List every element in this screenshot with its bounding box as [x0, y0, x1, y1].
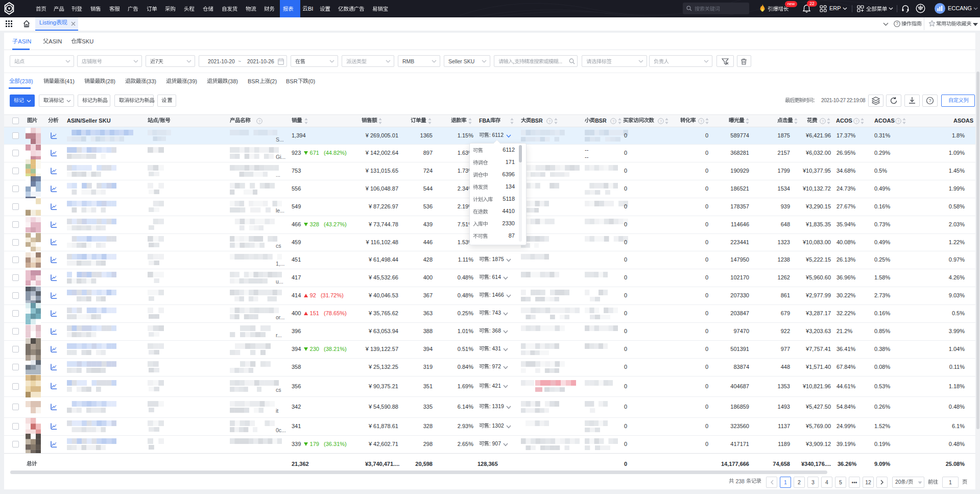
svg-text:?: ? [612, 119, 614, 124]
svg-text:?: ? [897, 119, 899, 124]
svg-text:?: ? [548, 119, 551, 124]
svg-text:?: ? [700, 119, 702, 124]
svg-text:?: ? [928, 98, 931, 103]
svg-text:?: ? [822, 119, 824, 124]
svg-text:?: ? [855, 119, 857, 124]
svg-text:?: ? [660, 119, 662, 124]
svg-text:?: ? [896, 21, 898, 26]
svg-text:?: ? [258, 119, 260, 124]
